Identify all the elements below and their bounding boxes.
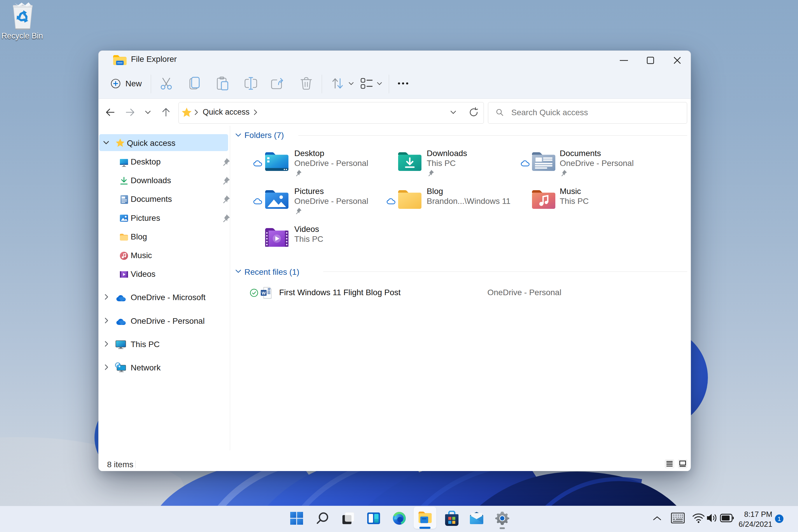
svg-text:W: W (262, 290, 266, 296)
